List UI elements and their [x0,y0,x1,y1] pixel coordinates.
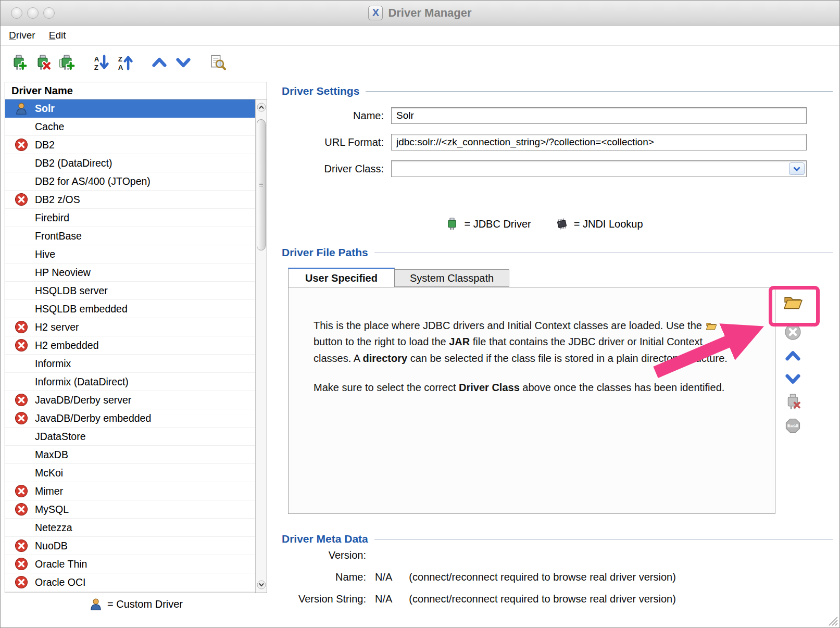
remove-entry-button[interactable] [780,320,806,343]
version-string-note: (connect/reconnect required to browse re… [409,593,675,605]
driver-list-item[interactable]: Firebird [5,209,255,227]
move-down-button[interactable] [172,52,194,73]
move-entry-up-button[interactable] [780,344,806,367]
driver-name: DB2 for AS/400 (JTOpen) [35,175,151,187]
driver-list-item[interactable]: H2 server [5,318,255,336]
custom-driver-icon [15,102,28,115]
no-icon [15,466,28,480]
help-p1-bold-jar: JAR [449,336,470,347]
driver-list-item[interactable]: Informix [5,355,255,373]
driver-list-item[interactable]: Hive [5,245,255,263]
url-format-input[interactable] [391,134,807,150]
search-button[interactable] [207,52,229,73]
custom-driver-legend-text: = Custom Driver [107,598,183,610]
driver-name: Solr [35,103,55,115]
driver-error-icon [15,539,28,552]
tab-system-classpath[interactable]: System Classpath [395,269,509,287]
title-area: X Driver Manager [1,1,839,25]
window-resize-grip[interactable] [826,614,838,626]
driver-list-item[interactable]: JavaDB/Derby embedded [5,409,255,428]
help-p1-d: can be selected if the class file is sto… [407,353,728,364]
driver-list-item[interactable]: Solr [5,99,255,118]
header-rule [374,539,833,539]
driver-list-item[interactable]: Cache [5,118,255,136]
no-icon [15,448,28,461]
driver-class-dropdown-button[interactable] [789,162,805,175]
scroll-down-button[interactable] [256,578,267,592]
svg-text:A: A [118,64,123,71]
driver-name-input[interactable] [391,107,807,124]
driver-list-item[interactable]: Netezza [5,519,255,537]
menu-driver[interactable]: Driver [9,30,35,41]
driver-list-item[interactable]: HSQLDB embedded [5,300,255,318]
driver-list-item[interactable]: DB2 (DataDirect) [5,154,255,172]
driver-list-item[interactable]: FrontBase [5,227,255,245]
file-paths-help-text: This is the place where JDBC drivers and… [314,318,742,396]
driver-list-header[interactable]: Driver Name [5,82,267,99]
driver-list-item[interactable]: MySQL [5,500,255,519]
driver-name: Hive [35,248,55,260]
driver-list-item[interactable]: McKoi [5,464,255,482]
svg-text:A: A [94,55,99,63]
window-title: Driver Manager [388,6,471,20]
driver-class-label: Driver Class: [282,163,384,175]
help-paragraph-1: This is the place where JDBC drivers and… [314,318,742,367]
titlebar: X Driver Manager [1,1,839,26]
help-p1-b: button to the right to load the [314,336,449,347]
driver-error-icon [15,338,28,352]
driver-class-combobox[interactable] [391,160,807,177]
driver-name: HSQLDB server [35,285,108,297]
driver-list-item[interactable]: DB2 z/OS [5,191,255,209]
no-icon [15,521,28,534]
driver-list-item[interactable]: Informix (DataDirect) [5,373,255,391]
driver-list-item[interactable]: HP Neoview [5,263,255,282]
driver-settings-header: Driver Settings [282,85,833,97]
header-rule [374,253,833,253]
scrollbar-thumb[interactable] [257,119,266,250]
driver-list-item[interactable]: H2 embedded [5,336,255,355]
driver-name: DB2 [35,139,55,151]
driver-file-paths-header: Driver File Paths [282,246,833,259]
driver-list-item[interactable]: MaxDB [5,446,255,464]
header-rule [366,91,833,92]
driver-list-item[interactable]: DB2 [5,136,255,154]
custom-driver-legend: = Custom Driver [5,594,267,614]
move-entry-down-button[interactable] [780,367,806,390]
tab-user-specified[interactable]: User Specified [288,268,395,287]
help-p2-a: Make sure to select the correct [314,382,459,393]
driver-list-panel: Driver Name SolrCacheDB2DB2 (DataDirect)… [5,82,267,593]
driver-list-item[interactable]: Oracle OCI [5,573,255,592]
driver-list-item[interactable]: JDataStore [5,428,255,446]
add-jar-button[interactable] [780,290,806,313]
jndi-legend-text: = JNDI Lookup [574,218,643,230]
remove-driver-file-button[interactable] [780,390,806,413]
driver-name: DB2 (DataDirect) [35,157,112,169]
version-label: Version: [282,549,366,561]
driver-name: HP Neoview [35,267,91,279]
driver-name: H2 server [35,321,79,333]
scroll-up-button[interactable] [256,101,267,114]
driver-list-item[interactable]: HSQLDB server [5,282,255,300]
no-icon [15,375,28,388]
driver-list-item[interactable]: Oracle Thin [5,555,255,573]
sort-ascending-button[interactable]: AZ [90,52,112,73]
driver-list-item[interactable]: Mimer [5,482,255,500]
menu-edit[interactable]: Edit [49,30,66,41]
no-icon [15,211,28,224]
stop-button[interactable]: STOP [780,414,806,437]
copy-driver-button[interactable] [56,52,78,73]
driver-meta-data-title: Driver Meta Data [282,533,368,545]
new-driver-button[interactable] [8,52,30,73]
meta-version-row: Version: [282,549,366,561]
delete-driver-button[interactable] [32,52,54,73]
driver-list-item[interactable]: NuoDB [5,537,255,555]
no-icon [15,430,28,443]
driver-list-item[interactable]: JavaDB/Derby server [5,391,255,409]
sort-descending-button[interactable]: ZA [114,52,136,73]
driver-list-scrollbar[interactable] [255,99,267,593]
driver-name: McKoi [35,467,63,479]
help-p2-b: above once the classes has been identifi… [520,382,725,393]
driver-name: FrontBase [35,230,82,242]
move-up-button[interactable] [148,52,170,73]
driver-list-item[interactable]: DB2 for AS/400 (JTOpen) [5,172,255,191]
